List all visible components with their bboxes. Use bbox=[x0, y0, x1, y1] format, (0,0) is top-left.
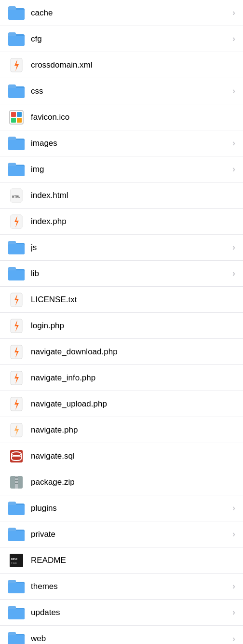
folder-icon bbox=[8, 83, 25, 100]
svg-rect-10 bbox=[8, 88, 25, 98]
list-item[interactable]: login.php bbox=[0, 313, 243, 339]
chevron-right-icon: › bbox=[232, 8, 235, 18]
zip-icon bbox=[8, 474, 25, 491]
svg-rect-58 bbox=[10, 554, 23, 567]
list-item[interactable]: web› bbox=[0, 626, 243, 644]
svg-rect-49 bbox=[15, 477, 18, 478]
php-icon bbox=[8, 369, 25, 387]
file-name: web bbox=[31, 634, 229, 644]
list-item[interactable]: DISC FILE README bbox=[0, 547, 243, 574]
chevron-right-icon: › bbox=[232, 607, 235, 617]
chevron-right-icon: › bbox=[232, 581, 235, 591]
php-icon bbox=[8, 56, 25, 74]
list-item[interactable]: HTML index.html bbox=[0, 182, 243, 209]
folder-icon bbox=[8, 630, 25, 644]
sql-icon bbox=[8, 448, 25, 465]
svg-rect-21 bbox=[8, 166, 25, 176]
svg-rect-31 bbox=[8, 270, 25, 280]
list-item[interactable]: js› bbox=[0, 235, 243, 261]
folder-icon bbox=[8, 578, 25, 595]
html-icon: HTML bbox=[8, 187, 25, 204]
file-name: navigate_info.php bbox=[31, 373, 235, 383]
file-name: login.php bbox=[31, 321, 235, 331]
list-item[interactable]: cache› bbox=[0, 0, 243, 26]
list-item[interactable]: themes› bbox=[0, 574, 243, 600]
file-name: navigate.sql bbox=[31, 451, 235, 461]
list-item[interactable]: navigate_upload.php bbox=[0, 391, 243, 417]
folder-icon bbox=[8, 526, 25, 543]
chevron-right-icon: › bbox=[232, 503, 235, 513]
file-name: images bbox=[31, 139, 229, 148]
chevron-right-icon: › bbox=[232, 86, 235, 96]
php-icon bbox=[8, 395, 25, 413]
file-name: navigate.php bbox=[31, 425, 235, 435]
list-item[interactable]: css› bbox=[0, 78, 243, 104]
svg-rect-28 bbox=[8, 244, 25, 254]
list-item[interactable]: images› bbox=[0, 130, 243, 156]
readme-icon: DISC FILE bbox=[8, 552, 25, 569]
file-name: updates bbox=[31, 608, 229, 617]
list-item[interactable]: index.php bbox=[0, 209, 243, 235]
svg-rect-12 bbox=[11, 112, 16, 117]
file-name: plugins bbox=[31, 504, 229, 513]
file-name: index.html bbox=[31, 191, 235, 200]
ico-icon bbox=[8, 109, 25, 126]
svg-rect-13 bbox=[17, 112, 22, 117]
chevron-right-icon: › bbox=[232, 268, 235, 279]
list-item[interactable]: navigate.php bbox=[0, 417, 243, 443]
list-item[interactable]: img› bbox=[0, 156, 243, 182]
svg-rect-63 bbox=[8, 583, 25, 593]
svg-rect-54 bbox=[8, 505, 25, 515]
folder-icon bbox=[8, 135, 25, 152]
svg-rect-18 bbox=[8, 140, 25, 150]
file-name: css bbox=[31, 86, 229, 96]
svg-text:FILE: FILE bbox=[11, 561, 17, 564]
file-name: themes bbox=[31, 582, 229, 591]
file-name: index.php bbox=[31, 217, 235, 226]
file-name: navigate_upload.php bbox=[31, 399, 235, 409]
svg-rect-50 bbox=[15, 480, 18, 481]
list-item[interactable]: package.zip bbox=[0, 469, 243, 495]
php-light-icon bbox=[8, 421, 25, 439]
svg-rect-14 bbox=[11, 118, 16, 123]
svg-text:HTML: HTML bbox=[12, 195, 20, 199]
list-item[interactable]: navigate_info.php bbox=[0, 365, 243, 391]
file-name: crossdomain.xml bbox=[31, 60, 235, 70]
folder-icon bbox=[8, 604, 25, 621]
list-item[interactable]: navigate_download.php bbox=[0, 339, 243, 365]
chevron-right-icon: › bbox=[232, 34, 235, 44]
list-item[interactable]: cfg› bbox=[0, 26, 243, 52]
php-icon bbox=[8, 317, 25, 335]
list-item[interactable]: favicon.ico bbox=[0, 104, 243, 130]
svg-rect-2 bbox=[8, 10, 25, 20]
file-name: private bbox=[31, 530, 229, 539]
file-name: lib bbox=[31, 269, 229, 279]
chevron-right-icon: › bbox=[232, 634, 235, 644]
folder-icon bbox=[8, 239, 25, 256]
php-icon bbox=[8, 291, 25, 308]
list-item[interactable]: lib› bbox=[0, 261, 243, 287]
list-item[interactable]: crossdomain.xml bbox=[0, 52, 243, 78]
list-item[interactable]: private› bbox=[0, 521, 243, 547]
chevron-right-icon: › bbox=[232, 164, 235, 174]
svg-rect-5 bbox=[8, 36, 25, 46]
list-item[interactable]: navigate.sql bbox=[0, 443, 243, 469]
list-item[interactable]: plugins› bbox=[0, 495, 243, 521]
chevron-right-icon: › bbox=[232, 529, 235, 539]
svg-rect-66 bbox=[8, 609, 25, 619]
folder-icon bbox=[8, 265, 25, 282]
folder-icon bbox=[8, 161, 25, 178]
php-icon bbox=[8, 343, 25, 361]
svg-rect-69 bbox=[8, 635, 25, 644]
folder-icon bbox=[8, 4, 25, 22]
file-name: js bbox=[31, 243, 229, 252]
file-name: img bbox=[31, 165, 229, 174]
svg-rect-51 bbox=[15, 483, 18, 484]
list-item[interactable]: updates› bbox=[0, 600, 243, 626]
list-item[interactable]: LICENSE.txt bbox=[0, 287, 243, 313]
chevron-right-icon: › bbox=[232, 242, 235, 252]
chevron-right-icon: › bbox=[232, 138, 235, 148]
file-list: cache› cfg› crossdomain.xml css› favicon… bbox=[0, 0, 243, 644]
folder-icon bbox=[8, 500, 25, 517]
file-name: README bbox=[31, 556, 235, 565]
